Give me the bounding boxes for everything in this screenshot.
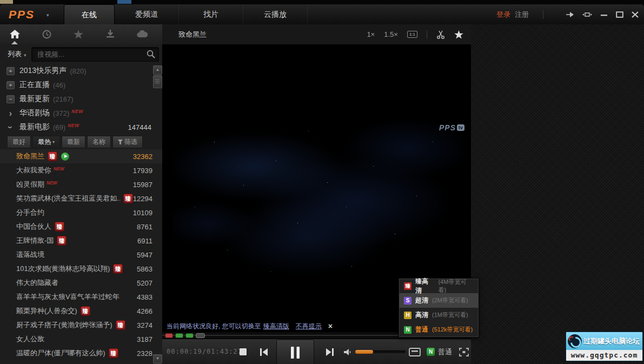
expander-icon[interactable] bbox=[6, 95, 15, 103]
category-row[interactable]: 华语剧场 (372) NEW bbox=[0, 106, 162, 120]
scrollbar-thumb[interactable] bbox=[153, 75, 162, 88]
pps-logo[interactable]: PPS bbox=[9, 8, 35, 21]
search-icon[interactable] bbox=[147, 50, 155, 58]
maximize-icon[interactable] bbox=[616, 11, 623, 18]
category-total-count: 147444 bbox=[128, 123, 151, 131]
scrollbar-down-arrow[interactable]: ▼ bbox=[153, 354, 162, 363]
stop-button[interactable] bbox=[238, 339, 248, 364]
main-tab-label: 爱频道 bbox=[135, 10, 158, 18]
main-tabs: 在线 爱频道 找片 云播放 bbox=[64, 4, 308, 24]
main-tab[interactable]: 云播放 bbox=[243, 4, 308, 24]
new-badge: NEW bbox=[54, 166, 64, 171]
chevron-down-icon: ▾ bbox=[52, 136, 55, 148]
snapshot-scissors-icon[interactable] bbox=[436, 30, 445, 39]
history-clock-icon[interactable] bbox=[37, 24, 56, 44]
movie-list-item[interactable]: 101次求婚(黄渤林志玲高以翔) 臻 5863 bbox=[0, 262, 162, 276]
cloud-icon[interactable] bbox=[132, 24, 152, 44]
register-link[interactable]: 注册 bbox=[515, 10, 529, 19]
previous-button[interactable] bbox=[258, 339, 269, 364]
video-search-box[interactable] bbox=[31, 47, 159, 62]
close-icon[interactable] bbox=[632, 11, 639, 18]
play-icon[interactable] bbox=[61, 153, 69, 161]
movie-title: 笑功震武林(洪金宝王祖蓝吴君如... bbox=[16, 194, 120, 203]
category-row[interactable]: 最新更新 (2167) bbox=[0, 92, 162, 106]
movie-list-item[interactable]: 笑功震武林(洪金宝王祖蓝吴君如... 臻 12294 bbox=[0, 191, 162, 206]
pause-button[interactable] bbox=[276, 340, 314, 364]
search-input[interactable] bbox=[36, 49, 144, 60]
close-message-icon[interactable]: × bbox=[328, 322, 333, 330]
category-label: 2013快乐男声 bbox=[19, 66, 67, 76]
dismiss-link[interactable]: 不再提示 bbox=[296, 322, 322, 331]
buffer-marker bbox=[175, 333, 183, 338]
movie-list-item[interactable]: 致命黑兰 臻 32362 bbox=[0, 149, 162, 163]
logo-menu-caret-icon[interactable]: ▾ bbox=[47, 12, 49, 18]
movie-list: 致命黑兰 臻 32362 大叔我爱你 NEW 17939 凶灵假期 NE bbox=[0, 149, 162, 360]
main-tab[interactable]: 在线 bbox=[64, 4, 115, 24]
movie-list-item[interactable]: 中国合伙人 臻 8761 bbox=[0, 220, 162, 234]
favorites-star-icon[interactable] bbox=[69, 24, 88, 44]
video-frame bbox=[173, 98, 465, 277]
sort-filter-button[interactable]: 最热 ▾ bbox=[32, 136, 60, 148]
category-label: 最新更新 bbox=[19, 94, 50, 104]
quality-option[interactable]: 臻 臻高清 (4M带宽可看) bbox=[399, 279, 479, 293]
volume-icon[interactable] bbox=[343, 339, 353, 364]
current-quality-badge[interactable]: N bbox=[427, 348, 435, 356]
ratio-1-1-button[interactable]: 1:1 bbox=[407, 31, 417, 38]
favorite-star-icon[interactable] bbox=[454, 30, 463, 39]
category-row[interactable]: 最新电影 (69) NEW 147444 bbox=[0, 120, 162, 134]
category-row[interactable]: 2013快乐男声 (820) bbox=[0, 64, 162, 78]
movie-list-item[interactable]: 厨子戏子痞子(黄渤刘烨张涵予) 臻 3274 bbox=[0, 318, 162, 332]
sort-filter-button[interactable]: 名称 bbox=[87, 136, 111, 148]
zoom-1x-button[interactable]: 1× bbox=[367, 30, 375, 38]
movie-list-item[interactable]: 温暖的尸体(僵尸哪有这么帅) 臻 2328 bbox=[0, 346, 162, 360]
quality-bandwidth-note: (1M带宽可看) bbox=[432, 311, 468, 319]
category-label: 华语剧场 bbox=[19, 108, 50, 118]
expander-icon[interactable] bbox=[6, 81, 15, 89]
main-tab[interactable]: 爱频道 bbox=[115, 4, 179, 24]
download-icon[interactable] bbox=[101, 24, 120, 44]
movie-list-item[interactable]: 颤栗异种(人兽杂交) 臻 4266 bbox=[0, 304, 162, 318]
current-quality-label[interactable]: 普通 bbox=[438, 339, 452, 364]
expander-icon[interactable] bbox=[6, 123, 15, 131]
movie-list-item[interactable]: 伟大的隐藏者 5207 bbox=[0, 276, 162, 290]
category-row[interactable]: 正在直播 (46) bbox=[0, 78, 162, 92]
movie-list-item[interactable]: 分手合约 10109 bbox=[0, 206, 162, 220]
sort-filter-button[interactable]: 筛选 bbox=[112, 136, 143, 148]
quality-badge-icon: S bbox=[404, 297, 411, 305]
fullscreen-icon[interactable] bbox=[458, 339, 470, 364]
movie-list-item[interactable]: 喜羊羊与灰太狼V喜气羊羊过蛇年 4383 bbox=[0, 290, 162, 304]
login-link[interactable]: 登录 bbox=[496, 10, 510, 19]
list-dropdown[interactable]: 列表 bbox=[8, 44, 22, 64]
main-tab-label: 找片 bbox=[203, 10, 218, 18]
sort-filter-button[interactable]: 最好 bbox=[7, 136, 31, 148]
movie-list-item[interactable]: 大叔我爱你 NEW 17939 bbox=[0, 163, 162, 177]
category-count: (2167) bbox=[53, 95, 74, 103]
movie-list-item[interactable]: 女人公敌 3187 bbox=[0, 332, 162, 346]
scrollbar-up-arrow[interactable]: ▲ bbox=[153, 65, 162, 75]
quality-option[interactable]: H 高清 (1M带宽可看) bbox=[399, 308, 479, 322]
video-titlebar: 致命黑兰 1× 1.5× 1:1 bbox=[162, 24, 471, 45]
movie-list-item[interactable]: 王牌情敌-国 臻 6911 bbox=[0, 234, 162, 248]
main-tab[interactable]: 找片 bbox=[179, 4, 243, 24]
resize-icon[interactable] bbox=[582, 11, 592, 18]
movie-list-item[interactable]: 凶灵假期 NEW 15987 bbox=[0, 177, 162, 191]
movie-list-item[interactable]: 遗落战境 5947 bbox=[0, 248, 162, 262]
minimize-icon[interactable] bbox=[600, 11, 608, 18]
zoom-1-5x-button[interactable]: 1.5× bbox=[384, 30, 398, 38]
zhen-quality-badge: 臻 bbox=[113, 264, 123, 274]
switch-quality-link[interactable]: 臻高清版 bbox=[263, 322, 289, 331]
pin-icon[interactable] bbox=[566, 11, 574, 18]
sort-filter-label: 最热 bbox=[38, 136, 51, 148]
next-button[interactable] bbox=[324, 339, 335, 364]
quality-option[interactable]: S 超清 (2M带宽可看) bbox=[399, 293, 479, 308]
expander-icon[interactable] bbox=[6, 67, 15, 75]
quality-option[interactable]: N 普通 (512k带宽可看) bbox=[399, 322, 479, 337]
screen-size-icon[interactable] bbox=[408, 339, 421, 364]
sidebar: 列表 ▾ 2013快乐男声 (820) bbox=[0, 44, 163, 364]
expander-icon[interactable] bbox=[6, 109, 15, 117]
chevron-down-icon[interactable]: ▾ bbox=[24, 52, 26, 58]
volume-slider[interactable] bbox=[355, 350, 406, 353]
sort-filter-button[interactable]: 最新 bbox=[62, 136, 85, 148]
forum-watermark: 过期罐头电脑论坛 www.gqgtpc.com bbox=[566, 332, 643, 361]
zhen-quality-badge: 臻 bbox=[57, 236, 67, 246]
